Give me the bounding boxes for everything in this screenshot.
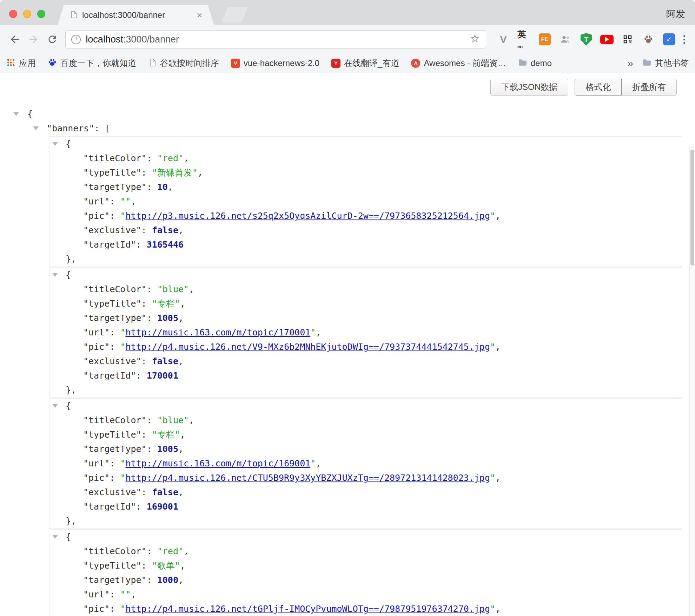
- json-line: "targetId": 3165446: [49, 237, 682, 252]
- banner-object: {"titleColor": "red","typeTitle": "新碟首发"…: [49, 136, 682, 267]
- page-info-icon[interactable]: i: [71, 35, 81, 44]
- bookmarks-bar: 应用百度一下，你就知道谷歌按时间排序Vvue-hackernews-2.0Y在线…: [0, 53, 695, 73]
- letter-icon: Y: [331, 59, 340, 68]
- bookmarks-overflow-icon[interactable]: »: [627, 58, 633, 68]
- bookmark-item[interactable]: Y在线翻译_有道: [331, 58, 399, 69]
- json-line: {: [49, 530, 682, 544]
- json-line: "pic": "http://p4.music.126.net/V9-MXz6b…: [49, 340, 682, 354]
- tab-title: localhost:3000/banner: [82, 10, 192, 20]
- collapse-toggle-icon[interactable]: [13, 112, 19, 116]
- json-line: "pic": "http://p3.music.126.net/s25q2x5Q…: [49, 209, 682, 223]
- banner-object: {"titleColor": "blue","typeTitle": "专栏",…: [49, 267, 682, 398]
- banner-object: {"titleColor": "red","typeTitle": "歌单","…: [49, 529, 682, 616]
- traffic-lights: [9, 10, 45, 18]
- bookmark-item[interactable]: demo: [518, 58, 552, 68]
- url-link[interactable]: http://music.163.com/m/topic/169001: [125, 458, 310, 468]
- letter-icon: A: [411, 59, 420, 68]
- back-button[interactable]: [6, 31, 23, 48]
- json-line: "url": "http://music.163.com/m/topic/169…: [49, 456, 682, 471]
- bookmark-item[interactable]: Vvue-hackernews-2.0: [231, 58, 319, 68]
- scrollbar[interactable]: [689, 146, 695, 616]
- json-line: "url": "",: [49, 587, 682, 602]
- folder-icon: [518, 58, 527, 68]
- translate-extension-icon[interactable]: 英en: [517, 33, 531, 46]
- scrollbar-thumb[interactable]: [690, 150, 694, 266]
- close-window-button[interactable]: [9, 10, 17, 18]
- collapse-toggle-icon[interactable]: [52, 142, 58, 146]
- json-line: {: [49, 137, 682, 151]
- fe-extension-icon[interactable]: FE: [538, 33, 551, 46]
- json-line: "exclusive": false,: [49, 223, 682, 237]
- download-json-button[interactable]: 下载JSON数据: [490, 79, 568, 96]
- page-icon: [148, 58, 157, 68]
- collapse-toggle-icon[interactable]: [52, 273, 58, 277]
- collapse-toggle-icon[interactable]: [52, 404, 58, 408]
- browser-tab[interactable]: localhost:3000/banner ×: [58, 5, 214, 25]
- youtube-extension-icon[interactable]: [600, 33, 614, 46]
- folder-icon: [642, 58, 651, 68]
- bookmark-item[interactable]: AAwesomes - 前端资…: [411, 58, 506, 69]
- json-line: "typeTitle": "歌单",: [49, 558, 682, 573]
- bookmark-star-icon[interactable]: [470, 33, 480, 45]
- address-bar[interactable]: i localhost:3000/banner: [65, 30, 486, 48]
- baidu-paw-icon: [48, 58, 57, 68]
- minimize-window-button[interactable]: [23, 10, 31, 18]
- url-link[interactable]: http://p4.music.126.net/tGPljf-IMOCyPvum…: [125, 604, 490, 614]
- collapse-toggle-icon[interactable]: [33, 126, 39, 130]
- paw-extension-icon[interactable]: [642, 33, 655, 46]
- qr-code-extension-icon[interactable]: [621, 33, 634, 46]
- collapse-toggle-icon[interactable]: [52, 535, 58, 539]
- json-line: "titleColor": "blue",: [49, 282, 682, 296]
- apps-grid-icon: [6, 58, 15, 68]
- extension-icons: V英enFET✓: [497, 33, 676, 46]
- url-link[interactable]: http://p4.music.126.net/V9-MXz6b2MNhEKju…: [125, 342, 490, 352]
- json-line: {: [49, 399, 682, 413]
- json-viewer-actions: 下载JSON数据 格式化 折叠所有: [0, 73, 695, 96]
- bookmark-item[interactable]: 谷歌按时间排序: [148, 58, 219, 69]
- url-link[interactable]: http://p3.music.126.net/s25q2x5QyqsAzilC…: [125, 211, 490, 221]
- json-line: "url": "http://music.163.com/m/topic/170…: [49, 325, 682, 340]
- json-line: "banners": [: [0, 121, 695, 136]
- json-line: "targetType": 1005,: [49, 311, 682, 325]
- profile-name[interactable]: 阿发: [666, 8, 685, 20]
- tab-close-icon[interactable]: ×: [197, 11, 202, 20]
- page-content: 下载JSON数据 格式化 折叠所有 {"banners": [{"titleCo…: [0, 73, 695, 616]
- v-extension-icon[interactable]: V: [497, 33, 510, 46]
- maximize-window-button[interactable]: [37, 10, 45, 18]
- json-line: {: [49, 268, 682, 282]
- new-tab-button[interactable]: [221, 7, 248, 22]
- url-text: localhost:3000/banner: [86, 34, 465, 45]
- browser-toolbar: i localhost:3000/banner V英enFET✓: [0, 25, 695, 53]
- verified-extension-icon[interactable]: ✓: [662, 33, 676, 46]
- json-line: "targetType": 1000,: [49, 573, 682, 587]
- json-line: "pic": "http://p4.music.126.net/tGPljf-I…: [49, 602, 682, 616]
- format-button[interactable]: 格式化: [575, 79, 622, 96]
- json-line: {: [0, 107, 695, 121]
- page-favicon-icon: [70, 11, 78, 20]
- browser-menu-icon[interactable]: [680, 35, 689, 44]
- json-line: "titleColor": "red",: [49, 151, 682, 165]
- forward-button[interactable]: [25, 31, 41, 48]
- bookmark-item[interactable]: 应用: [6, 58, 36, 69]
- json-line: "url": "",: [49, 194, 682, 209]
- url-link[interactable]: http://p4.music.126.net/CTU5B9R9y3XyYBZX…: [125, 473, 490, 483]
- json-tree: {"banners": [{"titleColor": "red","typeT…: [0, 107, 695, 616]
- json-line: "exclusive": false,: [49, 354, 682, 368]
- reload-button[interactable]: [44, 31, 60, 48]
- json-line: "typeTitle": "专栏",: [49, 427, 682, 442]
- json-line: "targetType": 1005,: [49, 442, 682, 456]
- json-line: "titleColor": "red",: [49, 544, 682, 558]
- json-line: },: [49, 252, 682, 266]
- people-extension-icon[interactable]: [559, 33, 572, 46]
- json-line: "typeTitle": "新碟首发",: [49, 165, 682, 180]
- banner-object: {"titleColor": "blue","typeTitle": "专栏",…: [49, 398, 682, 529]
- json-line: "pic": "http://p4.music.126.net/CTU5B9R9…: [49, 471, 682, 485]
- bookmark-item[interactable]: 百度一下，你就知道: [48, 58, 136, 69]
- letter-icon: V: [231, 59, 240, 68]
- json-line: "targetId": 169001: [49, 499, 682, 514]
- url-link[interactable]: http://music.163.com/m/topic/170001: [125, 327, 310, 338]
- other-bookmarks-folder[interactable]: 其他书签: [642, 58, 689, 69]
- collapse-all-button[interactable]: 折叠所有: [621, 79, 677, 96]
- tab-strip: localhost:3000/banner × 阿发: [0, 0, 695, 25]
- shield-extension-icon[interactable]: T: [580, 33, 593, 46]
